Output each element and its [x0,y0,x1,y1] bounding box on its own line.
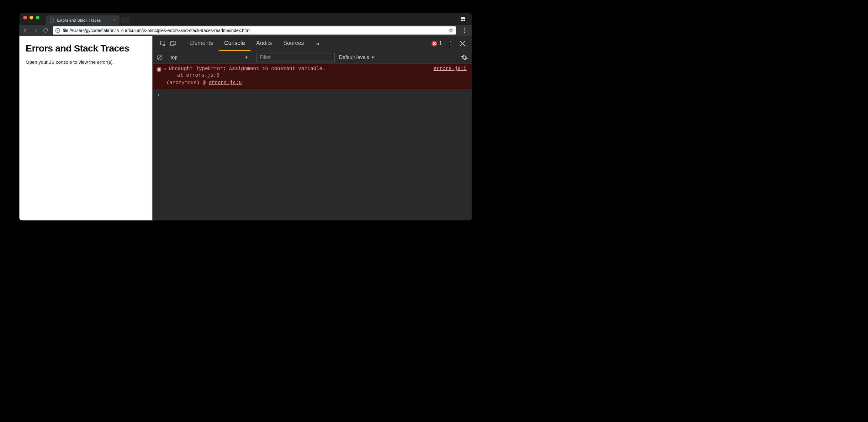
error-message: Uncaught TypeError: Assignment to consta… [169,66,468,72]
reload-button[interactable] [43,28,48,33]
devtools-tabs: Elements Console Audits Sources [184,36,310,51]
stack-frame: at errors.js:5 [156,73,468,78]
svg-point-1 [463,20,465,21]
window-zoom-button[interactable] [36,16,39,20]
console-body: errors.js:5 ▼ Uncaught TypeError: Assign… [153,64,472,220]
window-close-button[interactable] [23,16,27,20]
incognito-icon [459,16,467,23]
file-icon [50,18,54,23]
window-minimize-button[interactable] [29,16,33,20]
tab-elements[interactable]: Elements [184,36,219,51]
inspect-group [155,36,181,51]
tab-audits[interactable]: Audits [251,36,278,51]
context-select[interactable]: top ▼ [167,53,252,62]
forward-button[interactable] [33,28,38,33]
console-filterbar: top ▼ Default levels ▼ [153,51,472,64]
tab-sources[interactable]: Sources [278,36,310,51]
devtools-tabbar: Elements Console Audits Sources » 1 ⋮ [153,36,472,51]
prompt-chevron-icon: › [157,92,160,98]
devtools-menu-button[interactable]: ⋮ [448,40,454,47]
svg-line-13 [158,56,161,59]
back-button[interactable] [23,28,28,33]
url-text: file:///Users/gj/code/flatiron/js_curric… [63,28,446,33]
chevron-down-icon: ▼ [245,55,248,60]
browser-tab[interactable]: Errors and Stack Traces × [46,16,120,25]
log-levels-label: Default levels [339,55,369,60]
content-row: Errors and Stack Traces Open your JS con… [20,36,472,220]
error-count: 1 [439,40,442,47]
anonymous-prefix: (anonymous) @ [166,80,209,86]
devtools-close-button[interactable] [459,40,466,47]
anonymous-link[interactable]: errors.js:5 [209,80,242,86]
device-toolbar-icon[interactable] [169,40,177,47]
disclosure-triangle-icon[interactable]: ▼ [164,67,166,72]
error-source-link[interactable]: errors.js:5 [433,66,467,72]
address-bar[interactable]: file:///Users/gj/code/flatiron/js_curric… [53,26,456,34]
devtools-panel: Elements Console Audits Sources » 1 ⋮ [152,36,472,220]
tab-console[interactable]: Console [219,36,251,51]
console-error-entry[interactable]: errors.js:5 ▼ Uncaught TypeError: Assign… [153,64,472,89]
toolbar: file:///Users/gj/code/flatiron/js_curric… [20,25,472,36]
window-controls [23,13,46,25]
site-info-icon[interactable] [55,28,60,33]
tabs-overflow-button[interactable]: » [312,40,323,47]
page-content: Errors and Stack Traces Open your JS con… [20,36,152,220]
page-heading: Errors and Stack Traces [26,43,146,54]
error-badge[interactable]: 1 [432,40,442,47]
browser-menu-button[interactable]: ⋮ [460,27,468,34]
error-icon [432,41,437,47]
context-select-value: top [170,55,178,60]
inspect-element-icon[interactable] [160,40,166,47]
error-icon [156,67,161,72]
bookmark-star-icon[interactable] [448,28,454,33]
tabstrip: Errors and Stack Traces × [20,13,472,25]
console-prompt[interactable]: › [153,89,472,101]
browser-window: Errors and Stack Traces × file:///Users/… [20,13,472,220]
caret [163,92,163,98]
filter-input[interactable] [256,53,335,62]
tab-title: Errors and Stack Traces [57,18,101,23]
tab-close-button[interactable]: × [113,18,116,23]
console-settings-icon[interactable] [461,54,468,61]
chevron-down-icon: ▼ [371,55,375,60]
stack-at-prefix: at [177,73,186,78]
stack-frame-link[interactable]: errors.js:5 [186,73,219,78]
svg-rect-6 [170,41,174,46]
clear-console-icon[interactable] [156,54,163,61]
log-levels-select[interactable]: Default levels ▼ [339,55,375,60]
svg-point-0 [461,20,463,21]
devtools-tabbar-right: 1 ⋮ [432,40,469,47]
page-paragraph: Open your JS console to view the error(s… [26,59,146,65]
new-tab-button[interactable] [121,17,129,24]
stack-summary: (anonymous) @ errors.js:5 [156,78,468,86]
